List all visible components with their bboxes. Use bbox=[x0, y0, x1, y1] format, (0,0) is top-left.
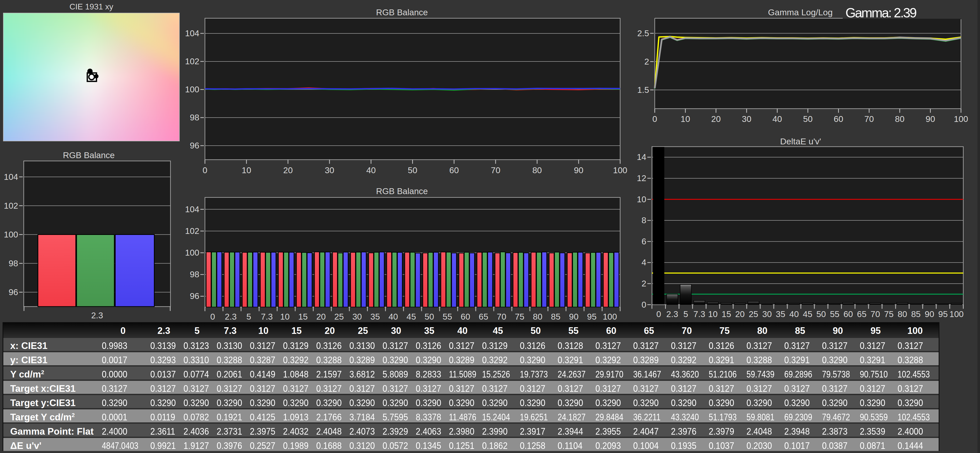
svg-text:35: 35 bbox=[776, 309, 785, 319]
svg-text:7.3: 7.3 bbox=[694, 309, 705, 319]
svg-text:0: 0 bbox=[203, 165, 207, 175]
svg-text:90: 90 bbox=[574, 165, 584, 175]
svg-text:10: 10 bbox=[242, 165, 251, 175]
svg-text:104: 104 bbox=[4, 172, 18, 181]
svg-text:40: 40 bbox=[366, 165, 375, 175]
svg-text:60: 60 bbox=[461, 312, 470, 321]
svg-text:5: 5 bbox=[683, 309, 688, 319]
svg-text:45: 45 bbox=[803, 309, 812, 319]
svg-text:15: 15 bbox=[298, 312, 307, 321]
svg-text:60: 60 bbox=[449, 165, 459, 175]
svg-text:40: 40 bbox=[789, 309, 799, 319]
svg-text:20: 20 bbox=[711, 114, 721, 124]
svg-text:104: 104 bbox=[185, 29, 199, 38]
svg-text:50: 50 bbox=[425, 312, 434, 321]
svg-text:40: 40 bbox=[773, 114, 782, 124]
svg-text:40: 40 bbox=[388, 312, 398, 321]
svg-text:2.3: 2.3 bbox=[225, 312, 237, 321]
svg-text:70: 70 bbox=[864, 114, 874, 124]
svg-text:100: 100 bbox=[950, 309, 964, 319]
svg-text:100: 100 bbox=[613, 165, 627, 175]
svg-text:2.3: 2.3 bbox=[667, 309, 678, 319]
svg-text:100: 100 bbox=[954, 114, 968, 124]
svg-text:6: 6 bbox=[641, 237, 646, 246]
svg-text:100: 100 bbox=[185, 248, 199, 257]
svg-text:0: 0 bbox=[641, 300, 646, 309]
svg-text:98: 98 bbox=[190, 270, 199, 279]
svg-text:100: 100 bbox=[4, 230, 18, 239]
svg-text:30: 30 bbox=[742, 114, 751, 124]
svg-text:70: 70 bbox=[870, 309, 880, 319]
svg-text:50: 50 bbox=[816, 309, 826, 319]
svg-text:10: 10 bbox=[708, 309, 718, 319]
svg-text:4: 4 bbox=[641, 257, 646, 267]
svg-text:75: 75 bbox=[884, 309, 894, 319]
svg-text:100: 100 bbox=[603, 312, 617, 321]
svg-text:10: 10 bbox=[280, 312, 290, 321]
svg-text:2.5: 2.5 bbox=[637, 29, 649, 38]
svg-text:30: 30 bbox=[352, 312, 362, 321]
svg-text:5: 5 bbox=[246, 312, 251, 321]
svg-text:60: 60 bbox=[834, 114, 843, 124]
svg-text:2.3: 2.3 bbox=[91, 311, 103, 320]
svg-text:12: 12 bbox=[637, 173, 646, 183]
svg-text:85: 85 bbox=[551, 312, 560, 321]
svg-text:20: 20 bbox=[316, 312, 326, 321]
svg-text:8: 8 bbox=[641, 216, 646, 225]
svg-text:75: 75 bbox=[515, 312, 524, 321]
svg-text:96: 96 bbox=[190, 291, 199, 301]
svg-text:98: 98 bbox=[190, 113, 199, 122]
svg-text:DeltaE u'v': DeltaE u'v' bbox=[780, 137, 821, 146]
svg-text:30: 30 bbox=[325, 165, 334, 175]
svg-text:7.3: 7.3 bbox=[261, 312, 273, 321]
svg-text:102: 102 bbox=[4, 201, 18, 210]
svg-text:102: 102 bbox=[185, 226, 199, 236]
svg-text:80: 80 bbox=[897, 309, 907, 319]
svg-text:0: 0 bbox=[210, 312, 215, 321]
svg-text:70: 70 bbox=[491, 165, 500, 175]
svg-text:65: 65 bbox=[479, 312, 488, 321]
svg-text:95: 95 bbox=[938, 309, 948, 319]
svg-text:25: 25 bbox=[334, 312, 344, 321]
svg-text:10: 10 bbox=[681, 114, 690, 124]
svg-text:RGB Balance: RGB Balance bbox=[376, 186, 428, 196]
svg-text:65: 65 bbox=[857, 309, 866, 319]
svg-text:14: 14 bbox=[637, 152, 646, 162]
svg-text:95: 95 bbox=[587, 312, 597, 321]
svg-text:55: 55 bbox=[442, 312, 452, 321]
svg-text:45: 45 bbox=[407, 312, 416, 321]
svg-text:80: 80 bbox=[895, 114, 904, 124]
svg-text:80: 80 bbox=[532, 165, 542, 175]
svg-text:90: 90 bbox=[926, 114, 935, 124]
svg-text:35: 35 bbox=[370, 312, 380, 321]
svg-text:96: 96 bbox=[9, 288, 18, 297]
svg-text:25: 25 bbox=[749, 309, 758, 319]
svg-text:15: 15 bbox=[722, 309, 731, 319]
svg-text:100: 100 bbox=[185, 85, 199, 94]
svg-text:20: 20 bbox=[735, 309, 745, 319]
svg-text:RGB Balance: RGB Balance bbox=[376, 8, 428, 17]
svg-text:2: 2 bbox=[644, 57, 649, 66]
svg-text:10: 10 bbox=[637, 195, 646, 204]
svg-text:Gamma: 2.39: Gamma: 2.39 bbox=[845, 5, 916, 20]
svg-text:0: 0 bbox=[652, 114, 657, 124]
svg-text:2: 2 bbox=[641, 279, 646, 288]
svg-text:96: 96 bbox=[190, 141, 199, 150]
svg-text:80: 80 bbox=[533, 312, 542, 321]
svg-text:1.5: 1.5 bbox=[637, 85, 649, 95]
svg-text:90: 90 bbox=[569, 312, 579, 321]
svg-text:70: 70 bbox=[497, 312, 506, 321]
svg-text:55: 55 bbox=[830, 309, 839, 319]
svg-text:RGB Balance: RGB Balance bbox=[63, 151, 115, 160]
svg-text:104: 104 bbox=[185, 205, 199, 214]
svg-text:50: 50 bbox=[408, 165, 417, 175]
svg-text:20: 20 bbox=[283, 165, 293, 175]
svg-text:102: 102 bbox=[185, 57, 199, 66]
svg-text:85: 85 bbox=[911, 309, 921, 319]
svg-text:90: 90 bbox=[924, 309, 934, 319]
svg-text:Gamma Log/Log: Gamma Log/Log bbox=[768, 7, 832, 17]
svg-text:30: 30 bbox=[762, 309, 772, 319]
svg-text:50: 50 bbox=[803, 114, 813, 124]
svg-text:60: 60 bbox=[843, 309, 853, 319]
svg-text:0: 0 bbox=[656, 309, 661, 319]
